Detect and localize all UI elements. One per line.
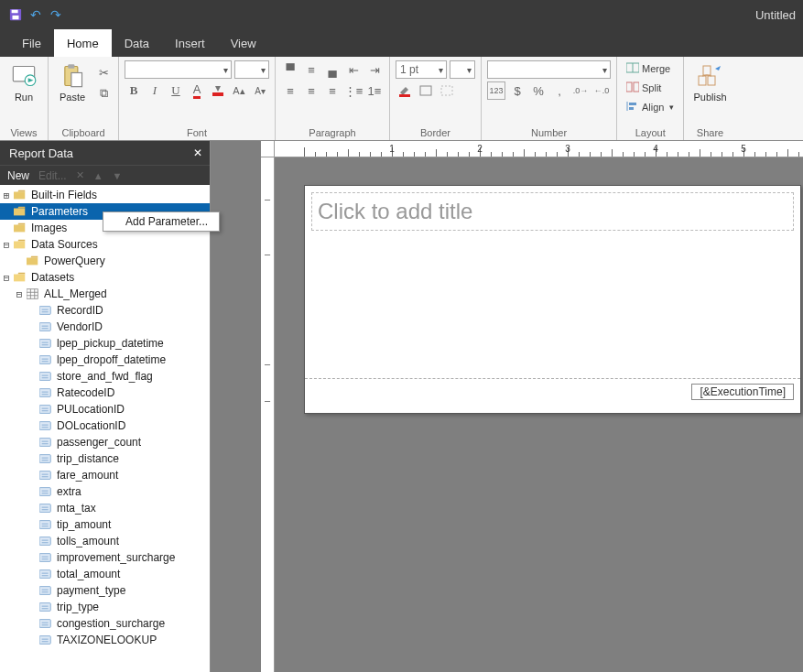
outdent-button[interactable]: ⇤ <box>344 60 363 79</box>
save-icon[interactable] <box>7 6 24 23</box>
currency-button[interactable]: $ <box>508 81 526 100</box>
tab-data[interactable]: Data <box>112 29 162 57</box>
tree-field-pulocationid[interactable]: PULocationID <box>0 401 210 417</box>
tree-toggle[interactable]: ⊟ <box>13 289 26 299</box>
border-preset-button[interactable] <box>417 81 435 100</box>
tree-builtin-fields[interactable]: ⊞Built-in Fields <box>0 187 210 203</box>
tree-field-trip_distance[interactable]: trip_distance <box>0 450 210 467</box>
tree-toggle[interactable]: ⊟ <box>0 240 13 250</box>
report-data-tree[interactable]: ⊞Built-in FieldsParametersImages⊟Data So… <box>0 185 210 672</box>
publish-button[interactable]: Publish <box>689 60 730 104</box>
title-placeholder: Click to add title <box>318 199 472 224</box>
undo-icon[interactable]: ↶ <box>27 6 44 23</box>
align-top-button[interactable]: ▀ <box>281 60 299 79</box>
number-format-combo[interactable]: ▾ <box>487 60 611 79</box>
tree-field-trip_type-icon <box>38 601 53 613</box>
tree-powerquery[interactable]: PowerQuery <box>0 253 210 269</box>
tree-all-merged[interactable]: ⊟ALL_Merged <box>0 286 210 302</box>
tree-toggle[interactable]: ⊟ <box>0 273 13 283</box>
tree-field-tip_amount[interactable]: tip_amount <box>0 516 210 533</box>
align-center-button[interactable]: ≡ <box>302 81 320 100</box>
tree-field-recordid[interactable]: RecordID <box>0 302 210 319</box>
tree-field-trip_type[interactable]: trip_type <box>0 599 210 615</box>
tree-field-taxizonelookup[interactable]: TAXIZONELOOKUP <box>0 632 210 648</box>
font-color-button[interactable]: A <box>188 81 206 100</box>
run-button[interactable]: Run <box>5 60 42 104</box>
border-style-combo[interactable]: ▾ <box>450 60 475 79</box>
numbering-button[interactable]: 1≡ <box>365 81 384 100</box>
group-layout-label: Layout <box>635 126 666 139</box>
tree-field-congestion_surcharge[interactable]: congestion_surcharge <box>0 615 210 632</box>
design-canvas[interactable]: 12345 –––– Click to add title [&Executio… <box>211 141 803 672</box>
svg-rect-72 <box>39 504 50 513</box>
tree-field-ratecodeid[interactable]: RatecodeID <box>0 385 210 401</box>
placeholder-button[interactable]: 123 <box>487 81 505 100</box>
panel-close-icon[interactable]: ✕ <box>193 146 202 159</box>
report-page[interactable]: Click to add title [&ExecutionTime] <box>304 185 801 414</box>
tree-field-improvement_surcharge[interactable]: improvement_surcharge <box>0 549 210 566</box>
font-family-combo[interactable]: ▾ <box>125 60 232 79</box>
align-button[interactable]: Align▾ <box>623 99 678 115</box>
execution-time-textbox[interactable]: [&ExecutionTime] <box>691 384 794 400</box>
decrease-decimal-button[interactable]: ←.0 <box>592 81 611 100</box>
parameters-context-menu: Add Parameter... <box>103 211 220 232</box>
align-bottom-button[interactable]: ▄ <box>323 60 342 79</box>
tree-field-lpep_dropoff_datetime[interactable]: lpep_dropoff_datetime <box>0 352 210 368</box>
split-button[interactable]: Split <box>623 80 665 96</box>
indent-button[interactable]: ⇥ <box>365 60 384 79</box>
panel-new-button[interactable]: New <box>7 169 29 182</box>
tree-field-store_and_fwd_flag[interactable]: store_and_fwd_flag <box>0 368 210 385</box>
font-size-combo[interactable]: ▾ <box>234 60 269 79</box>
tree-field-payment_type[interactable]: payment_type <box>0 582 210 599</box>
align-middle-button[interactable]: ≡ <box>302 60 320 79</box>
underline-button[interactable]: U <box>167 81 185 100</box>
tree-field-mta_tax[interactable]: mta_tax <box>0 500 210 516</box>
bold-button[interactable]: B <box>125 81 143 100</box>
tree-datasets[interactable]: ⊟Datasets <box>0 269 210 286</box>
svg-rect-22 <box>703 66 711 75</box>
tab-view[interactable]: View <box>218 29 269 57</box>
italic-button[interactable]: I <box>146 81 164 100</box>
cut-icon[interactable]: ✂ <box>94 63 113 81</box>
group-share-label: Share <box>697 126 723 139</box>
tree-toggle[interactable]: ⊞ <box>0 190 13 201</box>
tree-field-total_amount[interactable]: total_amount <box>0 566 210 582</box>
border-none-button[interactable] <box>438 81 456 100</box>
border-width-combo[interactable]: 1 pt▾ <box>396 60 447 79</box>
tree-field-fare_amount[interactable]: fare_amount <box>0 467 210 483</box>
align-right-button[interactable]: ≡ <box>323 81 342 100</box>
fill-color-button[interactable] <box>209 81 227 100</box>
tree-data-sources-icon <box>13 238 27 251</box>
bullets-button[interactable]: ⋮≡ <box>344 81 363 100</box>
tree-field-extra[interactable]: extra <box>0 483 210 500</box>
align-left-button[interactable]: ≡ <box>281 81 299 100</box>
tab-insert[interactable]: Insert <box>162 29 218 57</box>
tree-label: passenger_count <box>55 436 143 449</box>
tab-home[interactable]: Home <box>54 29 112 57</box>
add-parameter-menuitem[interactable]: Add Parameter... <box>103 212 219 231</box>
percent-button[interactable]: % <box>529 81 548 100</box>
merge-button[interactable]: Merge <box>623 60 674 77</box>
grow-font-button[interactable]: A▴ <box>230 81 248 100</box>
increase-decimal-button[interactable]: .0→ <box>571 81 590 100</box>
tab-file[interactable]: File <box>9 29 54 57</box>
shrink-font-button[interactable]: A▾ <box>251 81 269 100</box>
group-border: 1 pt▾ ▾ Border <box>390 57 482 140</box>
border-color-button[interactable] <box>396 81 414 100</box>
tree-field-passenger_count[interactable]: passenger_count <box>0 434 210 450</box>
tree-label: DOLocationID <box>55 419 127 432</box>
group-clipboard-label: Clipboard <box>61 126 104 139</box>
report-footer[interactable]: [&ExecutionTime] <box>305 378 800 404</box>
tree-field-tolls_amount[interactable]: tolls_amount <box>0 533 210 549</box>
tree-data-sources[interactable]: ⊟Data Sources <box>0 236 210 253</box>
copy-icon[interactable]: ⧉ <box>94 84 113 103</box>
tree-field-vendorid[interactable]: VendorID <box>0 319 210 335</box>
title-textbox[interactable]: Click to add title <box>311 192 794 231</box>
report-body[interactable] <box>311 233 794 378</box>
tree-field-lpep_pickup_datetime[interactable]: lpep_pickup_datetime <box>0 335 210 352</box>
tree-field-dolocationid[interactable]: DOLocationID <box>0 417 210 434</box>
thousands-button[interactable]: , <box>550 81 569 100</box>
redo-icon[interactable]: ↷ <box>48 6 64 23</box>
ribbon-tabstrip: File Home Data Insert View <box>0 29 803 57</box>
paste-button[interactable]: Paste <box>54 60 91 104</box>
